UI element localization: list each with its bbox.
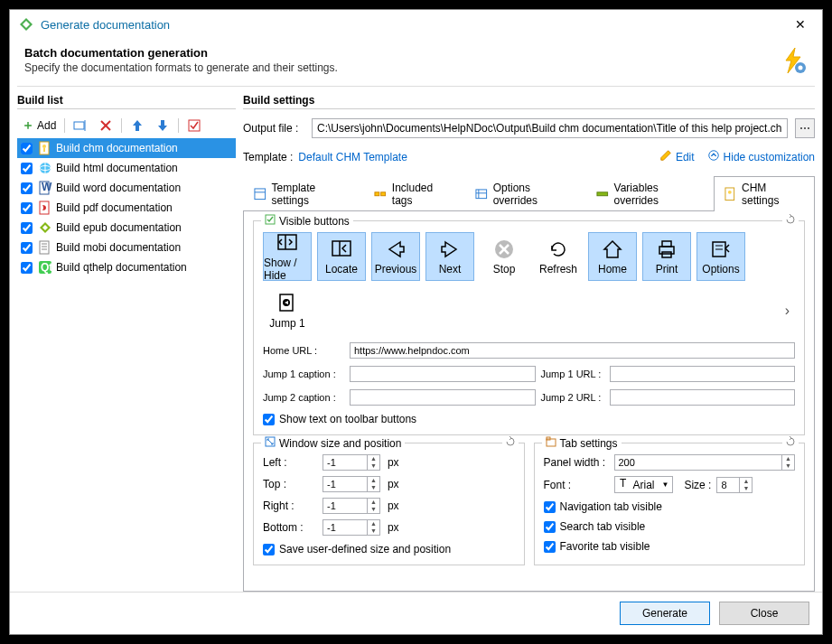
tab-icon	[474, 187, 489, 201]
jump2-caption-input[interactable]	[350, 389, 536, 406]
spin-down-icon[interactable]: ▼	[740, 485, 752, 492]
close-icon[interactable]: ✕	[788, 15, 813, 33]
svg-point-3	[799, 66, 803, 70]
vis-btn-next[interactable]: Next	[425, 232, 474, 281]
show-text-label[interactable]: Show text on toolbar buttons	[279, 413, 416, 425]
delete-button[interactable]	[94, 116, 117, 135]
right-input[interactable]	[323, 499, 367, 513]
build-item-label: Build chm documentation	[56, 142, 178, 154]
edit-template-link[interactable]: Edit	[659, 149, 695, 164]
vis-btn-print[interactable]: Print	[642, 232, 691, 281]
vis-btn-home[interactable]: Home	[588, 232, 637, 281]
build-item-checkbox[interactable]	[21, 143, 33, 154]
tab-template-settings[interactable]: Template settings	[243, 176, 363, 211]
nav-tab-checkbox[interactable]	[544, 501, 556, 513]
build-item-mobi[interactable]: Build mobi documentation	[17, 238, 236, 257]
show-text-checkbox[interactable]	[263, 414, 275, 425]
vis-btn-refresh[interactable]: Refresh	[534, 232, 583, 281]
output-file-input[interactable]	[312, 118, 788, 138]
build-item-checkbox[interactable]	[21, 202, 33, 214]
reset-tab-settings-button[interactable]	[782, 436, 799, 450]
build-item-checkbox[interactable]	[21, 242, 33, 254]
vis-btn-options[interactable]: Options	[696, 232, 745, 281]
pencil-icon	[659, 149, 672, 164]
left-input[interactable]	[323, 455, 367, 470]
spin-down-icon[interactable]: ▼	[368, 506, 379, 513]
home-url-input[interactable]	[350, 342, 795, 359]
rename-button[interactable]	[69, 116, 92, 135]
vis-btn-previous[interactable]: Previous	[371, 232, 420, 281]
build-item-word[interactable]: W Build word documentation	[17, 178, 236, 198]
spin-up-icon[interactable]: ▲	[740, 478, 752, 485]
build-item-epub[interactable]: Build epub documentation	[17, 218, 236, 238]
spin-down-icon[interactable]: ▼	[368, 527, 379, 535]
build-list-panel: Build list ＋ Add Build chm documentation…	[17, 90, 236, 592]
hide-customization-link[interactable]: Hide customization	[707, 149, 815, 164]
save-position-label[interactable]: Save user-defined size and position	[279, 543, 451, 555]
tool-glyph-icon	[547, 238, 570, 261]
toggle-check-button[interactable]	[182, 116, 206, 135]
nav-tab-label[interactable]: Navigation tab visible	[560, 500, 662, 513]
fav-tab-checkbox[interactable]	[544, 541, 556, 553]
move-down-button[interactable]	[151, 116, 174, 135]
spin-down-icon[interactable]: ▼	[782, 462, 794, 470]
generate-button[interactable]: Generate	[620, 602, 710, 625]
tab-label: Variables overrides	[614, 182, 704, 207]
search-tab-label[interactable]: Search tab visible	[560, 520, 646, 533]
svg-rect-47	[662, 252, 671, 257]
arrow-down-icon	[155, 118, 170, 133]
tab-included-tags[interactable]: Included tags	[363, 176, 464, 211]
fav-tab-label[interactable]: Favorite tab visible	[560, 540, 650, 553]
toggle-icon	[265, 214, 276, 228]
reset-group-button[interactable]	[782, 214, 799, 228]
bottom-input[interactable]	[323, 520, 367, 535]
jump2-url-input[interactable]	[610, 389, 796, 406]
reset-window-size-button[interactable]	[502, 436, 519, 450]
font-label: Font :	[544, 479, 609, 491]
expand-buttons-icon[interactable]: ›	[780, 303, 795, 319]
build-item-chm[interactable]: Build chm documentation	[17, 138, 236, 158]
spin-up-icon[interactable]: ▲	[368, 455, 379, 462]
tab-options-overrides[interactable]: Options overrides	[464, 176, 585, 211]
vis-btn-stop[interactable]: Stop	[480, 232, 528, 281]
build-item-checkbox[interactable]	[21, 182, 33, 194]
close-button[interactable]: Close	[719, 602, 809, 625]
svg-rect-4	[74, 122, 84, 129]
vis-btn-locate[interactable]: Locate	[317, 232, 366, 281]
build-item-html[interactable]: Build html documentation	[17, 158, 236, 178]
panel-width-input[interactable]	[615, 455, 782, 470]
build-item-checkbox[interactable]	[21, 222, 33, 234]
tab-variables-overrides[interactable]: Variables overrides	[585, 176, 713, 211]
build-item-qt[interactable]: Qt Build qthelp documentation	[17, 257, 236, 277]
spin-up-icon[interactable]: ▲	[368, 477, 379, 484]
build-item-checkbox[interactable]	[21, 262, 33, 274]
spin-down-icon[interactable]: ▼	[368, 484, 379, 491]
tab-chm-settings[interactable]: CHM settings	[714, 176, 815, 211]
font-size-input[interactable]	[717, 478, 739, 492]
spin-up-icon[interactable]: ▲	[368, 499, 379, 506]
build-item-pdf[interactable]: Build pdf documentation	[17, 198, 236, 218]
jump1-url-input[interactable]	[610, 366, 796, 382]
tool-glyph-icon	[384, 238, 407, 261]
svg-rect-29	[375, 192, 379, 196]
vis-btn-show-hide[interactable]: Show / Hide	[263, 232, 312, 281]
build-item-checkbox[interactable]	[21, 163, 33, 174]
add-button[interactable]: ＋ Add	[17, 115, 61, 136]
vis-btn-jump-1[interactable]: Jump 1	[263, 286, 312, 335]
tool-btn-label: Options	[702, 263, 739, 275]
save-position-checkbox[interactable]	[263, 544, 275, 555]
move-up-button[interactable]	[126, 116, 149, 135]
jump1-caption-input[interactable]	[350, 366, 536, 382]
template-label: Template :	[243, 151, 293, 163]
spin-down-icon[interactable]: ▼	[368, 462, 379, 470]
build-item-label: Build word documentation	[56, 182, 181, 194]
svg-rect-34	[597, 192, 608, 196]
font-select[interactable]: T Arial ▼	[614, 476, 674, 493]
spin-up-icon[interactable]: ▲	[782, 455, 794, 462]
spin-up-icon[interactable]: ▲	[368, 520, 379, 527]
top-input[interactable]	[323, 477, 367, 491]
px-label: px	[388, 478, 399, 490]
search-tab-checkbox[interactable]	[544, 521, 556, 533]
template-link[interactable]: Default CHM Template	[298, 151, 407, 163]
browse-output-button[interactable]: ⋯	[795, 118, 815, 138]
